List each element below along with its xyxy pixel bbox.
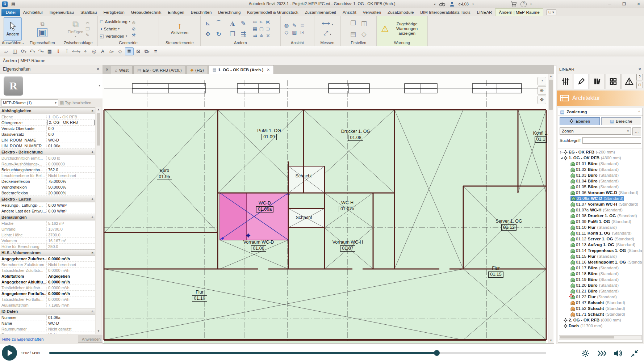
open-icon[interactable]: ▱ (2, 48, 10, 55)
drawing-area[interactable]: ✕⌂West▤EG - OK RFB (Arch.)◆{HS}▤1. OG - … (103, 65, 554, 344)
offset-icon[interactable]: ⌒ (216, 19, 222, 28)
copy-element-icon[interactable]: ❐ (230, 30, 235, 38)
mirror-icon[interactable]: ◮ (230, 20, 235, 27)
tree-room-01-22[interactable]: 01.22Flur(Standard) (558, 294, 642, 300)
ribbon-tab-zusammenarbeit[interactable]: Zusammenarbeit (302, 9, 339, 16)
cope-button[interactable]: ⊏Ausklinkung▾ (100, 18, 130, 25)
family-types-icon[interactable]: ⧉ (40, 21, 44, 27)
measure-icon[interactable]: ⟷▾ (72, 48, 81, 55)
property-section-elektro-beleuchtung[interactable]: Elektro - Beleuchtung« (0, 149, 95, 155)
ribbon-tab-verwalten[interactable]: Verwalten (360, 9, 385, 16)
group-label-controls[interactable]: Steuerelemente (161, 41, 198, 46)
property-section-abhängigkeiten[interactable]: Abhängigkeiten« (0, 108, 95, 114)
property-value[interactable]: 1. OG - OK RFB (47, 115, 95, 119)
signed-in-user[interactable]: e-L03 (459, 2, 469, 6)
tree-room-01-13[interactable]: 01.13Aufzug 1. OG(Standard) (558, 242, 642, 248)
tree-room-01-47[interactable]: 01.47Schacht(Standard) (558, 300, 642, 306)
create-parts-icon[interactable]: ▤ (350, 30, 356, 38)
switch-windows-icon[interactable]: ⧉▾ (143, 48, 151, 55)
tree-room-01-20[interactable]: 01.20Büro(Standard) (558, 282, 642, 288)
group-label-clipboard[interactable]: Zwischenablage (61, 41, 96, 46)
print-icon[interactable]: ▦ (46, 48, 54, 55)
tree-horizontal-scrollbar[interactable] (559, 335, 642, 340)
steering-wheel-icon[interactable]: ◔ (538, 77, 546, 85)
app-store-cart-icon[interactable] (510, 1, 517, 7)
unpin-icon[interactable]: ▢ (259, 26, 264, 31)
reveal-icon[interactable]: ⊡ (300, 29, 305, 35)
3d-view-icon[interactable]: ⌂▾ (108, 48, 116, 55)
multi-trim-icon[interactable]: ≑ (259, 33, 263, 38)
ribbon-tab-zusatzmodule[interactable]: Zusatzmodule (384, 9, 417, 16)
tree-room-01-12[interactable]: 01.12Server 1. OG(Standard) (558, 236, 642, 242)
tag-icon[interactable]: ◎ (90, 48, 98, 55)
playback-speed-icon[interactable] (597, 349, 606, 358)
zones-options-button[interactable]: … (632, 127, 641, 135)
paint-icon[interactable]: ⊛ (132, 20, 135, 25)
text-icon[interactable]: A (99, 48, 107, 55)
properties-close-icon[interactable]: ✕ (96, 67, 100, 72)
match-properties-icon[interactable]: ✎ (86, 33, 89, 38)
trim-icon[interactable]: ⇤ (259, 19, 263, 25)
property-value[interactable]: 250.0 (47, 244, 95, 249)
property-value[interactable]: Nicht berechnet (47, 173, 95, 178)
ribbon-tab-datei[interactable]: Datei (1, 9, 20, 16)
type-selector-dropdown[interactable]: MEP-Räume (1)▾ (1, 99, 58, 106)
tree-room-01-52[interactable]: 01.52Schacht(Standard) (558, 306, 642, 311)
thin-lines-icon[interactable]: ≣ (125, 47, 134, 55)
view-switch-bereiche[interactable]: ▤Bereiche (601, 117, 641, 125)
ribbon-tab-ingenieurbau[interactable]: Ingenieurbau (46, 9, 77, 16)
linear-help-icon[interactable]: ? (636, 74, 643, 80)
property-value[interactable]: 0.00 W/m² (47, 209, 95, 213)
lightbulb-icon[interactable]: ◍ (284, 22, 289, 28)
property-value[interactable]: WC-D (47, 321, 95, 325)
zones-dropdown[interactable]: Zonen▾ (560, 127, 631, 135)
property-value[interactable]: 0.0 (47, 126, 95, 131)
close-button[interactable]: ✕ (633, 0, 644, 8)
group-label-measure[interactable]: Messen (316, 41, 339, 46)
progress-scrubber[interactable] (434, 350, 440, 356)
hammer-icon[interactable]: ⚒ (132, 33, 136, 38)
align-icon[interactable]: ⊾ (205, 20, 210, 27)
cut-geometry-button[interactable]: ◑Schnitt▾ (100, 25, 130, 33)
property-value[interactable]: 762.0 (47, 168, 95, 172)
property-value[interactable]: 0.0000 m³/h (47, 286, 95, 290)
minimize-button[interactable]: ─ (604, 0, 615, 8)
group-label-geometry[interactable]: Geometrie (100, 41, 157, 46)
tree-room-01-17[interactable]: 01.17Büro(Standard) (558, 265, 642, 271)
property-section-id-daten[interactable]: ID-Daten« (0, 308, 95, 315)
group-label-warning[interactable]: Warnung (379, 41, 426, 46)
linework-icon[interactable]: ≣ (300, 22, 305, 28)
view-switch-ebenen[interactable]: Ebenen (560, 117, 600, 125)
group-label-view[interactable]: Ansicht (283, 41, 312, 46)
tree-room-01-09[interactable]: 01.09PuMi 1. OG(Standard) (558, 219, 642, 224)
ribbon-tab-ansicht[interactable]: Ansicht (339, 9, 360, 16)
properties-scrollbar[interactable]: ▲ ▼ (96, 107, 101, 334)
property-value[interactable]: 2. OG - OK RFB (47, 120, 95, 125)
scale-icon[interactable]: ⊐ (266, 26, 270, 31)
view-tab-west[interactable]: ⌂West (111, 66, 133, 74)
join-geometry-button[interactable]: ◱Verbinden▾ (100, 33, 130, 40)
tree-room-01-16[interactable]: 01.16Meetingpoint 1. OG(Standar (558, 259, 642, 265)
pin-icon[interactable]: ⊺ (63, 48, 71, 55)
close-hidden-windows-icon[interactable]: ⊠ (134, 48, 142, 55)
redo-icon[interactable]: ↷▾ (37, 48, 45, 55)
property-value[interactable]: 0.00 lx (47, 156, 95, 160)
tree-expand-icon[interactable]: ▷ (560, 151, 563, 154)
play-button[interactable] (2, 345, 17, 361)
split-icon[interactable]: ⇹ (253, 19, 257, 25)
linear-options-icon[interactable]: ⊡ (636, 82, 643, 88)
apply-button[interactable]: Anwenden (78, 336, 105, 343)
ribbon-tab-linear[interactable]: LINEAR (474, 9, 495, 16)
tree-room-01-08[interactable]: 01.08Drucker 1. OG(Standard) (558, 213, 642, 219)
property-value[interactable]: 0.0000 m³/h (47, 291, 95, 296)
user-dropdown-icon[interactable]: ▾ (472, 3, 474, 6)
undo-icon[interactable]: ↶▾ (28, 48, 36, 55)
displace-icon[interactable]: ▧ (292, 29, 297, 35)
progress-track[interactable] (49, 352, 546, 354)
property-value[interactable]: 5.162 m² (47, 221, 95, 226)
search-input[interactable] (582, 137, 641, 144)
group-label-properties[interactable]: Eigenschaften (28, 41, 57, 46)
property-value[interactable]: Nicht genutzt (47, 333, 95, 334)
search-binoculars-icon[interactable] (439, 1, 446, 7)
demolish-icon[interactable]: ⊘ (132, 26, 135, 31)
